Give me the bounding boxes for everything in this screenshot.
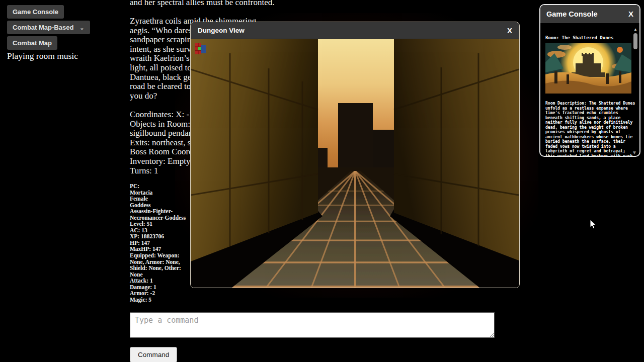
text-line: Necromancer-Goddess: [130, 215, 189, 221]
story-top-line: and her spectral allies must be confront…: [130, 0, 274, 8]
room-description: Room Description: The Shattered Dunesunf…: [545, 101, 636, 157]
text-line: Magic: 5: [130, 297, 189, 303]
text-line: Exits: northeast, so: [130, 138, 195, 148]
text-line: PC:: [130, 183, 189, 190]
text-line: Shield: None, Other:: [130, 265, 189, 272]
minimap-icon: [195, 43, 206, 54]
game-console-panel-title: Game Console: [546, 5, 598, 23]
command-button[interactable]: Command: [130, 347, 177, 362]
text-line: XP: 18823706: [130, 233, 189, 240]
text-line: ancient oathbreakers whose bones lie: [545, 135, 636, 140]
panel-scrollbar-thumb[interactable]: [633, 33, 637, 49]
combat-map-based-label: Combat Map-Based: [13, 24, 73, 31]
dungeon-view-modal: Dungeon View X: [190, 22, 520, 288]
dungeon-view-modal-header[interactable]: Dungeon View X: [191, 22, 519, 39]
scroll-down-icon[interactable]: ▼: [632, 150, 637, 155]
text-line: Level: 51: [130, 221, 189, 227]
combat-map-button-label: Combat Map: [13, 39, 52, 47]
text-line: Goddess: [130, 202, 189, 209]
text-line: Boss Room Coord: [130, 147, 195, 157]
combat-map-based-select[interactable]: Combat Map-Based ⌄: [7, 21, 90, 34]
text-line: Equipped: Weapon:: [130, 252, 189, 259]
text-line: AC: 13: [130, 227, 189, 234]
text-line: sigilbound pendan: [130, 129, 195, 138]
text-line: None, Armor: None,: [130, 259, 189, 265]
command-button-label: Command: [138, 351, 169, 358]
text-line: Objects in Room:: [130, 120, 195, 129]
text-line: Mortacia: [130, 190, 189, 196]
dungeon-3d-view[interactable]: [191, 39, 519, 288]
text-line: buried beneath the surface, their: [545, 139, 636, 144]
text-line: MaxHP: 147: [130, 246, 189, 252]
text-line: beneath shifting sands, a place: [545, 116, 636, 121]
text-line: promises whispered by ghosts of: [545, 130, 636, 135]
text-line: unfold as a restless expanse where: [545, 106, 636, 111]
mouse-cursor: [590, 219, 597, 231]
pc-stats-block: PC:MortaciaFemaleGoddessAssassin-Fighter…: [130, 183, 189, 303]
text-line: Attack: 1: [130, 278, 189, 284]
dungeon-render: [191, 39, 519, 288]
close-icon[interactable]: X: [628, 5, 633, 23]
text-line: Damage: 1: [130, 284, 189, 291]
music-status-text: Playing room music: [7, 51, 78, 61]
chevron-down-icon: ⌄: [79, 26, 84, 29]
text-line: Inventory: Empty: [130, 157, 195, 166]
room-stats-block: Coordinates: X: -1Objects in Room: sigil…: [130, 110, 195, 175]
text-line: Armor: -2: [130, 290, 189, 297]
text-line: dead, bearing the weight of broken: [545, 125, 636, 130]
text-line: labyrinth of regret and betrayal;: [545, 149, 636, 154]
text-line: Assassin-Fighter-: [130, 208, 189, 215]
game-console-panel-body: Room: The Shattered Dunes: [540, 23, 639, 157]
text-line: HP: 147: [130, 240, 189, 246]
scroll-up-icon[interactable]: ▲: [633, 27, 637, 32]
text-line: neither fully alive nor definitively: [545, 120, 636, 125]
game-console-panel: Game Console X Room: The Shattered Dunes: [539, 4, 640, 157]
text-line: Room Description: The Shattered Dunes: [545, 101, 636, 106]
text-line: Turns: 1: [130, 166, 195, 176]
close-icon[interactable]: X: [507, 22, 512, 39]
room-artwork: [545, 43, 631, 94]
command-input[interactable]: [130, 312, 495, 338]
text-line: None: [130, 272, 189, 278]
text-line: this wretched land beckons with each: [545, 154, 636, 157]
combat-map-button[interactable]: Combat Map: [7, 36, 57, 50]
game-console-panel-header[interactable]: Game Console X: [540, 5, 639, 23]
text-line: time's fractured echo crumbles: [545, 111, 636, 116]
dungeon-view-title: Dungeon View: [198, 22, 245, 39]
room-title: Room: The Shattered Dunes: [545, 35, 634, 40]
text-line: Female: [130, 196, 189, 202]
text-line: Coordinates: X: -1: [130, 110, 195, 120]
game-console-button-label: Game Console: [13, 8, 58, 16]
game-console-button[interactable]: Game Console: [7, 5, 64, 19]
page: Game Console Combat Map-Based ⌄ Combat M…: [0, 0, 644, 362]
